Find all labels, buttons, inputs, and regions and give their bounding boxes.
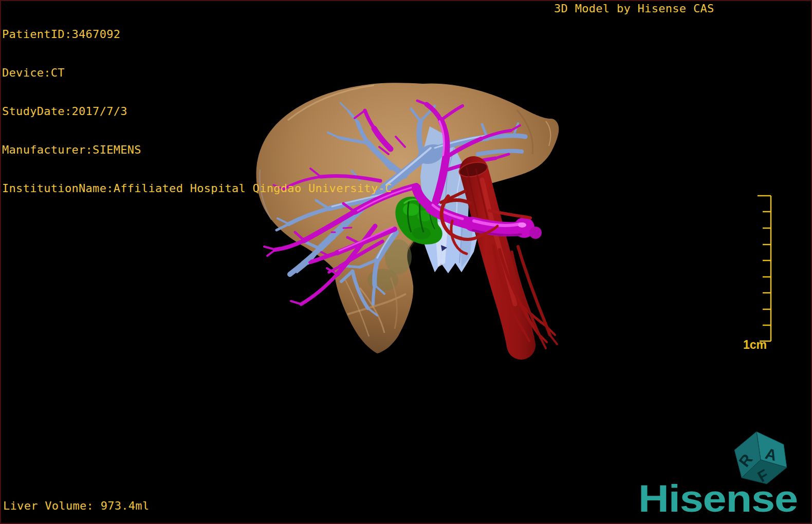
liver-volume-label: Liver Volume: 973.4ml (3, 499, 149, 512)
institution-line: InstitutionName:Affiliated Hospital Qing… (2, 182, 392, 195)
manufacturer-line: Manufacturer:SIEMENS (2, 143, 392, 156)
cas-3d-viewer-window: PatientID:3467092 Device:CT StudyDate:20… (0, 0, 812, 524)
study-date-line: StudyDate:2017/7/3 (2, 105, 392, 118)
watermark-title: 3D Model by Hisense CAS (554, 2, 714, 15)
scale-bar-label: 1cm (743, 338, 767, 352)
device-line: Device:CT (2, 66, 392, 79)
patient-info-block: PatientID:3467092 Device:CT StudyDate:20… (2, 2, 392, 220)
patient-id-line: PatientID:3467092 (2, 28, 392, 41)
scale-bar (758, 196, 771, 341)
hisense-logo: Hisense (638, 477, 798, 520)
